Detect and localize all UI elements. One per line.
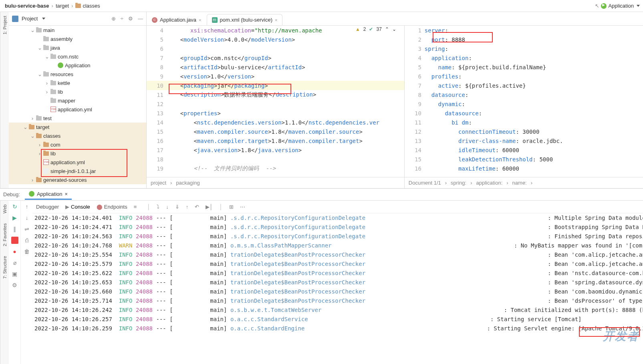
left-tool-rail-2: 7: Structure 2: Favorites Web [0, 201, 9, 364]
tree-node[interactable]: resources [9, 70, 146, 78]
folder-icon [50, 90, 56, 94]
step-into-icon[interactable]: ↓ [166, 204, 169, 210]
print-icon[interactable]: ⎙ [23, 237, 30, 244]
trace-icon[interactable]: ⋯ [240, 204, 245, 210]
tree-node[interactable]: assembly [9, 34, 146, 43]
tree-node[interactable]: java [9, 43, 146, 52]
tool-tab-debugger[interactable]: Debugger [36, 204, 59, 210]
rail-tab-favorites[interactable]: 2: Favorites [2, 222, 8, 247]
tree-node[interactable]: com [9, 140, 146, 149]
debug-run-tab[interactable]: Application × [25, 189, 72, 200]
soft-wrap-icon[interactable]: ⇌ [23, 225, 30, 233]
console-output[interactable]: 2022-10-26 14:10:24.401 INFO 24088 --- [… [33, 213, 643, 364]
rail-tab-structure[interactable]: 7: Structure [2, 255, 8, 280]
folder-icon [43, 151, 49, 156]
yml-editor[interactable]: 1server:2 port: 88883spring:4 applicatio… [405, 26, 643, 177]
locate-icon[interactable]: ⊕ [111, 16, 116, 22]
pom-breadcrumb[interactable]: projectpackaging [147, 177, 404, 188]
scroll-down-icon[interactable]: ↓ [23, 214, 30, 221]
tree-arrow-icon[interactable] [30, 27, 34, 33]
tree-label: java [50, 45, 60, 51]
debug-label: Debug: [3, 191, 20, 197]
close-icon[interactable]: × [199, 18, 201, 22]
tree-label: simple-jndi-1.0.1.jar [50, 168, 96, 174]
breakpoints-icon[interactable]: ● [11, 248, 18, 255]
java-icon [152, 17, 157, 23]
editor-tab-bar: Application.java×pom.xml (bulu-service)× [147, 12, 643, 26]
trash-icon[interactable]: 🗑 [23, 248, 30, 255]
tree-arrow-icon[interactable] [38, 151, 42, 157]
rail-tab-project[interactable]: 1: Project [2, 15, 8, 35]
editor-tab[interactable]: pom.xml (bulu-service)× [207, 14, 283, 25]
resume-icon[interactable]: ▶ [11, 214, 18, 221]
breadcrumb-item[interactable]: target [54, 3, 71, 9]
tree-node[interactable]: target [9, 123, 146, 131]
chevron-down-icon[interactable] [42, 18, 45, 20]
pause-icon[interactable]: ∥ [11, 225, 18, 233]
project-tree[interactable]: mainassemblyjavacom.nstcApplicationresou… [9, 26, 146, 184]
tree-label: kettle [58, 80, 70, 86]
tree-arrow-icon[interactable] [45, 89, 49, 95]
tree-label: application.yml [50, 159, 85, 165]
settings-icon[interactable]: ⚙ [11, 282, 18, 289]
rerun-icon[interactable]: ↻ [11, 203, 18, 210]
camera-icon[interactable]: ▣ [11, 270, 18, 278]
tree-node[interactable]: lib [9, 149, 146, 158]
project-title: Project [22, 16, 38, 22]
debug-action-rail: ↻ ▶ ∥ ● ⌀ ▣ ⚙ [9, 201, 21, 364]
tree-node[interactable]: kettle [9, 78, 146, 87]
tree-node[interactable]: com.nstc [9, 52, 146, 61]
scroll-up-icon[interactable]: ↑ [23, 203, 30, 210]
close-icon[interactable]: × [275, 18, 277, 22]
tree-node[interactable]: Application [9, 61, 146, 70]
tree-arrow-icon[interactable] [38, 142, 42, 148]
tree-arrow-icon[interactable] [38, 71, 42, 77]
stop-icon[interactable] [11, 237, 18, 244]
tree-node[interactable]: main [9, 26, 146, 34]
step-out-icon[interactable]: ↑ [186, 204, 189, 210]
step-over-icon[interactable]: ⤵ [157, 204, 159, 210]
tree-node[interactable]: lib [9, 87, 146, 96]
rail-tab-web[interactable]: Web [2, 204, 8, 214]
breadcrumb-item[interactable]: classes [74, 3, 101, 9]
folder-icon [36, 178, 42, 182]
evaluate-icon[interactable]: ⊞ [229, 204, 234, 210]
tree-arrow-icon[interactable] [30, 133, 34, 139]
tree-arrow-icon[interactable] [23, 124, 27, 130]
pom-editor[interactable]: 4 xsi:schemaLocation="http://maven.apach… [147, 26, 404, 177]
tree-arrow-icon[interactable] [45, 80, 49, 86]
breadcrumb-root[interactable]: bulu-service-base [3, 3, 51, 9]
threads-icon[interactable]: ≡ [134, 204, 137, 210]
tree-arrow-icon[interactable] [30, 115, 34, 121]
mute-bp-icon[interactable]: ⌀ [11, 259, 18, 266]
drop-frame-icon[interactable]: ↶ [195, 204, 199, 210]
folder-icon [50, 99, 56, 103]
tree-node[interactable]: application.yml [9, 158, 146, 167]
tree-arrow-icon[interactable] [45, 54, 49, 60]
tool-tab-console[interactable]: ▶ Console [65, 204, 90, 210]
run-config-selector[interactable]: ↖ Application [595, 3, 640, 9]
close-icon[interactable]: × [65, 191, 68, 197]
tree-arrow-icon[interactable] [30, 177, 34, 183]
gear-icon[interactable]: ⚙ [128, 16, 133, 22]
class-icon [58, 62, 63, 68]
tree-node[interactable]: generated-sources [9, 175, 146, 184]
tool-tab-endpoints[interactable]: ⬤ Endpoints [97, 204, 127, 210]
tree-node[interactable]: mapper [9, 96, 146, 105]
tree-node[interactable]: test [9, 114, 146, 123]
tree-node[interactable]: simple-jndi-1.0.1.jar [9, 167, 146, 175]
run-cursor-icon[interactable]: ▶│ [206, 204, 213, 210]
maven-icon [212, 17, 218, 23]
hide-icon[interactable]: — [138, 16, 143, 22]
chevron-down-icon [637, 5, 640, 7]
collapse-icon[interactable]: ÷ [121, 16, 123, 22]
tree-label: test [43, 115, 52, 121]
yml-breadcrumb[interactable]: Document 1/1 spring: application: name: [405, 177, 643, 188]
tree-node[interactable]: classes [9, 131, 146, 140]
tree-arrow-icon[interactable] [38, 45, 42, 51]
tree-label: mapper [58, 98, 75, 104]
tree-node[interactable]: application.yml [9, 105, 146, 114]
force-step-icon[interactable]: ⇓ [175, 204, 179, 210]
editor-tab[interactable]: Application.java× [147, 14, 207, 25]
project-icon [12, 16, 18, 22]
